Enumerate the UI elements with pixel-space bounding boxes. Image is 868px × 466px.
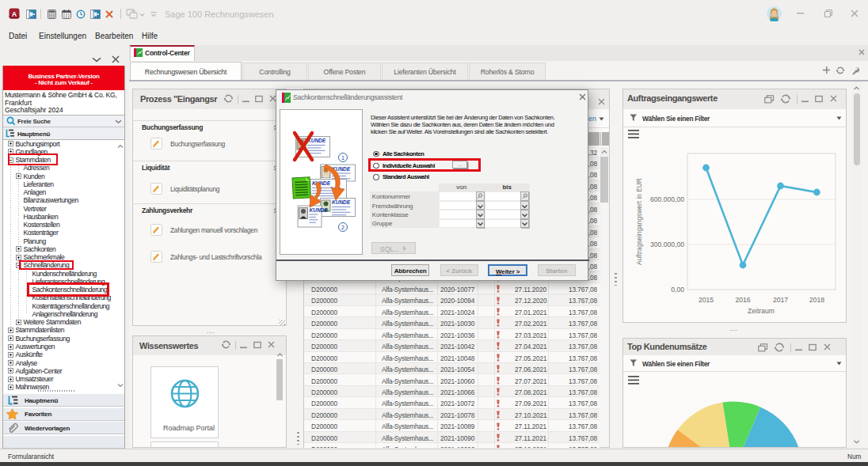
svg-text:Auftragseingangswert in EUR: Auftragseingangswert in EUR [635,178,643,265]
svg-text:Zeitraum: Zeitraum [748,307,775,315]
svg-text:2017: 2017 [773,296,788,304]
svg-text:600.000,00: 600.000,00 [650,195,684,203]
svg-text:1: 1 [341,155,345,161]
svg-text:KUNDE: KUNDE [310,207,329,213]
svg-text:KUNDE: KUNDE [312,180,331,186]
svg-text:2016: 2016 [735,296,750,304]
svg-text:A: A [12,10,17,18]
svg-text:300.000,00: 300.000,00 [650,241,684,248]
svg-text:2: 2 [341,225,345,230]
svg-text:2018: 2018 [809,296,824,304]
svg-text:KUNDE: KUNDE [332,199,351,205]
svg-text:2015: 2015 [699,296,714,304]
svg-text:0,00: 0,00 [671,286,684,294]
